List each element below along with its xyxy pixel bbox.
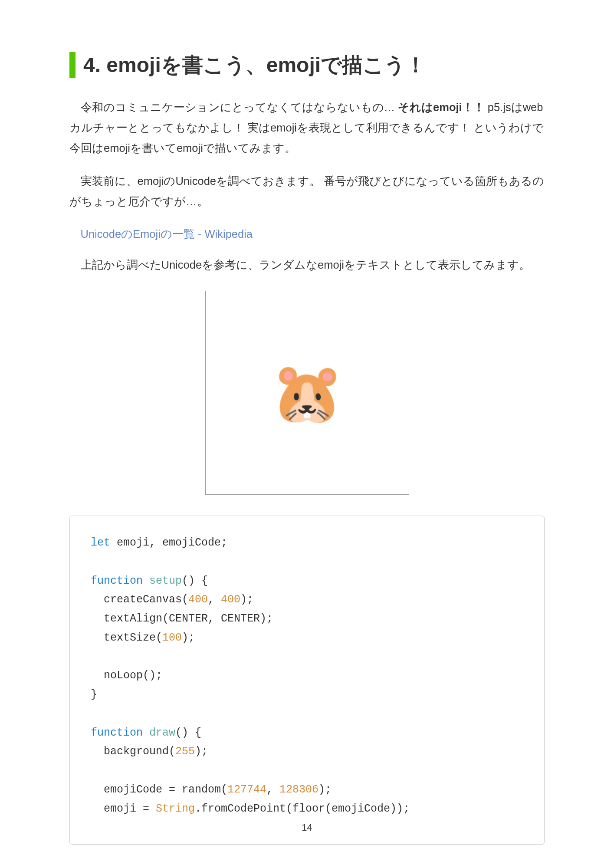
code-token: background( — [91, 745, 175, 758]
wikipedia-link[interactable]: UnicodeのEmojiの一覧 - Wikipedia — [81, 224, 253, 244]
code-block: let emoji, emojiCode; function setup() {… — [69, 516, 545, 845]
code-token: ); — [240, 593, 253, 606]
code-token: .fromCodePoint(floor(emojiCode)); — [195, 802, 410, 815]
code-token: emoji = — [91, 802, 156, 815]
canvas-preview: 🐹 — [205, 291, 409, 495]
paragraph-2: 実装前に、emojiのUnicodeを調べておきます。 番号が飛びとびになってい… — [69, 171, 545, 212]
code-token: 100 — [162, 631, 182, 644]
code-token: 127744 — [227, 783, 266, 796]
heading-accent-bar — [69, 52, 76, 78]
paragraph-1-emphasis: それはemoji！！ — [398, 101, 485, 113]
code-token: function — [91, 575, 143, 587]
emoji-preview-glyph: 🐹 — [271, 364, 344, 422]
code-token: , — [208, 593, 221, 606]
page-number: 14 — [0, 822, 614, 833]
document-page: 4. emojiを書こう、emojiで描こう！ 令和のコミュニケーションにとって… — [0, 0, 614, 868]
code-token: emoji, emojiCode; — [110, 536, 227, 549]
paragraph-1: 令和のコミュニケーションにとってなくてはならないもの… それはemoji！！ p… — [69, 97, 545, 159]
code-token: String — [156, 802, 195, 815]
code-token: ); — [195, 745, 208, 758]
section-heading: 4. emojiを書こう、emojiで描こう！ — [69, 52, 545, 78]
code-token: let — [91, 536, 110, 549]
code-token: emojiCode = random( — [91, 783, 227, 796]
code-token: function — [91, 727, 143, 739]
code-token: } — [91, 688, 97, 701]
canvas-preview-wrap: 🐹 — [69, 291, 545, 495]
code-token — [143, 575, 149, 587]
code-token: ); — [318, 783, 332, 796]
code-token: 128306 — [279, 783, 318, 796]
code-token: 400 — [221, 593, 240, 606]
heading-text: 4. emojiを書こう、emojiで描こう！ — [83, 52, 426, 78]
paragraph-1-part-a: 令和のコミュニケーションにとってなくてはならないもの… — [81, 101, 398, 113]
code-token: textSize( — [91, 631, 162, 644]
paragraph-3: 上記から調べたUnicodeを参考に、ランダムなemojiをテキストとして表示し… — [81, 255, 545, 275]
code-token: 400 — [188, 593, 208, 606]
code-token: noLoop(); — [91, 669, 162, 682]
code-token: () { — [182, 575, 208, 587]
code-token: createCanvas( — [91, 593, 188, 606]
code-token: ); — [182, 631, 195, 644]
code-token: 255 — [175, 745, 195, 758]
code-token: textAlign(CENTER, CENTER); — [91, 612, 273, 625]
code-token — [143, 727, 149, 739]
code-token: , — [266, 783, 279, 796]
code-token: () { — [175, 727, 201, 739]
code-token: draw — [149, 727, 175, 739]
code-token: setup — [149, 575, 182, 587]
